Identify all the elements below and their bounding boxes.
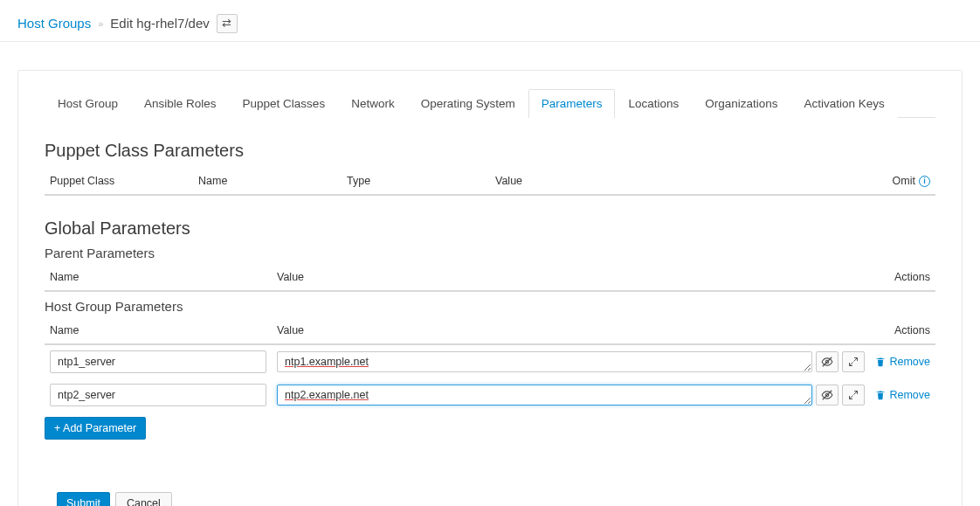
col-name: Name xyxy=(45,322,272,338)
breadcrumb: Host Groups » Edit hg-rhel7/dev ⇄ xyxy=(0,0,980,42)
col-name: Name xyxy=(193,173,342,189)
trash-icon xyxy=(875,357,886,367)
col-value: Value xyxy=(490,173,883,189)
expand-value-button[interactable] xyxy=(842,351,865,372)
submit-button[interactable]: Submit xyxy=(57,492,110,506)
col-omit: Omit i xyxy=(883,173,935,189)
tab-locations[interactable]: Locations xyxy=(615,89,692,118)
swap-icon[interactable]: ⇄ xyxy=(217,14,238,33)
trash-icon xyxy=(875,390,886,400)
tab-network[interactable]: Network xyxy=(338,89,408,118)
col-name: Name xyxy=(45,269,272,285)
parent-parameters-heading: Parent Parameters xyxy=(45,246,935,260)
edit-hostgroup-panel: Host GroupAnsible RolesPuppet ClassesNet… xyxy=(17,70,963,506)
parameter-name-input[interactable] xyxy=(50,384,266,406)
puppet-class-parameters-header-row: Puppet Class Name Type Value Omit i xyxy=(45,168,935,196)
remove-parameter-link[interactable]: Remove xyxy=(875,356,930,368)
col-value: Value xyxy=(272,322,885,338)
parameter-name-input[interactable] xyxy=(50,350,266,373)
parent-parameters-header-row: Name Value Actions xyxy=(45,264,935,292)
eye-off-icon xyxy=(821,389,833,401)
global-parameters-heading: Global Parameters xyxy=(45,218,935,239)
hostgroup-parameters-header-row: Name Value Actions xyxy=(45,317,935,345)
form-actions: Submit Cancel xyxy=(45,492,935,506)
cancel-button[interactable]: Cancel xyxy=(115,492,172,506)
tab-operating-system[interactable]: Operating System xyxy=(408,89,528,118)
remove-parameter-link[interactable]: Remove xyxy=(875,389,930,401)
hostgroup-parameters-heading: Host Group Parameters xyxy=(45,299,935,314)
parameter-row: ntp2.example.netRemove xyxy=(45,378,935,412)
tab-bar: Host GroupAnsible RolesPuppet ClassesNet… xyxy=(45,88,935,118)
hide-value-button[interactable] xyxy=(816,385,839,405)
breadcrumb-root-link[interactable]: Host Groups xyxy=(17,16,91,31)
tab-parameters[interactable]: Parameters xyxy=(528,89,616,118)
parameter-value-input[interactable]: ntp2.example.net xyxy=(277,385,812,405)
parameter-value-input[interactable]: ntp1.example.net xyxy=(277,351,812,372)
tab-host-group[interactable]: Host Group xyxy=(45,89,131,118)
info-icon[interactable]: i xyxy=(919,176,930,187)
col-type: Type xyxy=(342,173,490,189)
col-actions: Actions xyxy=(885,269,935,285)
page-title: Edit hg-rhel7/dev xyxy=(110,16,209,31)
breadcrumb-separator: » xyxy=(98,18,103,29)
add-parameter-button[interactable]: + Add Parameter xyxy=(45,417,146,440)
tab-puppet-classes[interactable]: Puppet Classes xyxy=(230,89,339,118)
expand-icon xyxy=(848,357,859,367)
tab-organizations[interactable]: Organizations xyxy=(692,89,790,118)
tab-activation-keys[interactable]: Activation Keys xyxy=(791,89,898,118)
col-puppet-class: Puppet Class xyxy=(45,173,193,189)
puppet-class-parameters-heading: Puppet Class Parameters xyxy=(45,141,935,161)
eye-off-icon xyxy=(821,356,833,368)
col-value: Value xyxy=(272,269,885,285)
tab-ansible-roles[interactable]: Ansible Roles xyxy=(131,89,230,118)
col-actions: Actions xyxy=(885,322,935,338)
expand-value-button[interactable] xyxy=(842,385,865,405)
expand-icon xyxy=(848,390,859,400)
hide-value-button[interactable] xyxy=(816,351,839,372)
col-omit-label: Omit xyxy=(893,175,915,187)
parameter-row: ntp1.example.netRemove xyxy=(45,345,935,378)
